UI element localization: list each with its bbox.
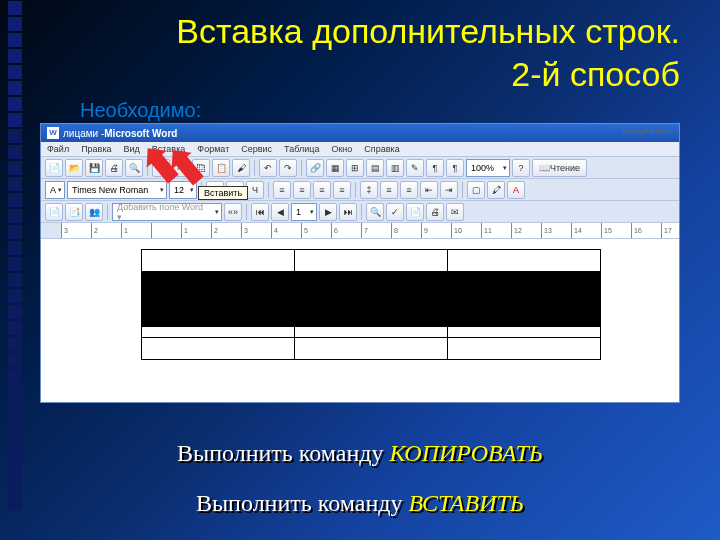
standard-toolbar: 📄 📂 💾 🖨 🔍 ✓ ✂ ⿻ 📋 🖌 ↶ ↷ 🔗 ▦ ⊞ ▤ ▥ ✎ ¶ ¶ … (41, 157, 679, 179)
separator (107, 204, 108, 220)
menu-table[interactable]: Таблица (284, 144, 319, 154)
menu-edit[interactable]: Правка (81, 144, 111, 154)
decrease-indent-icon[interactable]: ⇤ (420, 181, 438, 199)
slide-title: Вставка дополнительных строк. 2-й способ (0, 0, 720, 95)
new-doc-icon[interactable]: 📄 (45, 159, 63, 177)
show-hide-icon[interactable]: ¶ (446, 159, 464, 177)
mm-merge-email-icon[interactable]: ✉ (446, 203, 464, 221)
titlebar-app-name: Microsoft Word (104, 128, 177, 139)
numbering-icon[interactable]: ≡ (380, 181, 398, 199)
preview-icon[interactable]: 🔍 (125, 159, 143, 177)
font-color-icon[interactable]: A (507, 181, 525, 199)
separator (355, 182, 356, 198)
caption-prefix: Выполнить команду (177, 440, 389, 466)
underline-icon[interactable]: Ч (246, 181, 264, 199)
paste-icon[interactable]: 📋 (212, 159, 230, 177)
bullets-icon[interactable]: ≡ (400, 181, 418, 199)
caption-paste: Выполнить команду ВСТАВИТЬ (0, 490, 720, 517)
ms-word-window: W лицами - Microsoft Word Файл Правка Ви… (40, 123, 680, 403)
insert-table-icon[interactable]: ⊞ (346, 159, 364, 177)
align-center-icon[interactable]: ≡ (293, 181, 311, 199)
caption-copy: Выполнить команду КОПИРОВАТЬ (0, 440, 720, 467)
doc-map-icon[interactable]: ¶ (426, 159, 444, 177)
mm-recipients-icon[interactable]: 👥 (85, 203, 103, 221)
word-titlebar: W лицами - Microsoft Word (41, 124, 679, 142)
menu-file[interactable]: Файл (47, 144, 69, 154)
horizontal-ruler[interactable]: 321 12 345 678 91011 121314 151617 (41, 223, 679, 239)
tables-borders-icon[interactable]: ▦ (326, 159, 344, 177)
format-painter-icon[interactable]: 🖌 (232, 159, 250, 177)
open-icon[interactable]: 📂 (65, 159, 83, 177)
title-line-2: 2-й способ (511, 55, 680, 93)
mm-merge-new-icon[interactable]: 📄 (406, 203, 424, 221)
help-icon[interactable]: ? (512, 159, 530, 177)
reading-mode-button[interactable]: 📖 Чтение (532, 159, 587, 177)
hyperlink-icon[interactable]: 🔗 (306, 159, 324, 177)
paste-tooltip: Вставить (198, 186, 248, 200)
first-record-icon[interactable]: ⏮ (251, 203, 269, 221)
mm-check-icon[interactable]: ✓ (386, 203, 404, 221)
menu-format[interactable]: Формат (197, 144, 229, 154)
subtitle-text: Необходимо: (0, 99, 720, 122)
zoom-select[interactable]: 100% (466, 159, 510, 177)
undo-icon[interactable]: ↶ (259, 159, 277, 177)
save-icon[interactable]: 💾 (85, 159, 103, 177)
align-left-icon[interactable]: ≡ (273, 181, 291, 199)
titlebar-doc-prefix: лицами - (63, 128, 104, 139)
mm-view-data-icon[interactable]: «» (224, 203, 242, 221)
excel-icon[interactable]: ▤ (366, 159, 384, 177)
mm-merge-print-icon[interactable]: 🖨 (426, 203, 444, 221)
print-icon[interactable]: 🖨 (105, 159, 123, 177)
last-record-icon[interactable]: ⏭ (339, 203, 357, 221)
separator (254, 160, 255, 176)
table-row (142, 250, 601, 272)
caption-command: ВСТАВИТЬ (408, 490, 524, 516)
menu-view[interactable]: Вид (124, 144, 140, 154)
caption-command: КОПИРОВАТЬ (390, 440, 543, 466)
mailmerge-toolbar: 📄 📑 👥 Добавить поле Word ▾ «» ⏮ ◀ 1 ▶ ⏭ … (41, 201, 679, 223)
separator (301, 160, 302, 176)
add-word-field-select[interactable]: Добавить поле Word ▾ (112, 203, 222, 221)
ask-question-box[interactable]: Введите вопр (622, 127, 673, 136)
highlight-icon[interactable]: 🖍 (487, 181, 505, 199)
prev-record-icon[interactable]: ◀ (271, 203, 289, 221)
caption-prefix: Выполнить команду (196, 490, 408, 516)
table-row (142, 338, 601, 360)
next-record-icon[interactable]: ▶ (319, 203, 337, 221)
increase-indent-icon[interactable]: ⇥ (440, 181, 458, 199)
mm-find-icon[interactable]: 🔍 (366, 203, 384, 221)
columns-icon[interactable]: ▥ (386, 159, 404, 177)
menu-bar: Файл Правка Вид Вставка Формат Сервис Та… (41, 142, 679, 157)
mm-main-doc-icon[interactable]: 📄 (45, 203, 63, 221)
separator (268, 182, 269, 198)
font-select[interactable]: Times New Roman (67, 181, 167, 199)
title-line-1: Вставка дополнительных строк. (176, 12, 680, 50)
menu-help[interactable]: Справка (364, 144, 399, 154)
line-spacing-icon[interactable]: ‡ (360, 181, 378, 199)
style-select[interactable]: A (45, 181, 65, 199)
mm-data-source-icon[interactable]: 📑 (65, 203, 83, 221)
menu-window[interactable]: Окно (331, 144, 352, 154)
justify-icon[interactable]: ≡ (333, 181, 351, 199)
separator (246, 204, 247, 220)
word-app-icon: W (47, 127, 59, 139)
menu-tools[interactable]: Сервис (241, 144, 272, 154)
borders-icon[interactable]: ▢ (467, 181, 485, 199)
drawing-icon[interactable]: ✎ (406, 159, 424, 177)
align-right-icon[interactable]: ≡ (313, 181, 331, 199)
formatting-toolbar: A Times New Roman 12 Ж К Ч ≡ ≡ ≡ ≡ ‡ ≡ ≡… (41, 179, 679, 201)
selected-rows-highlight (141, 273, 601, 327)
record-number[interactable]: 1 (291, 203, 317, 221)
separator (361, 204, 362, 220)
separator (462, 182, 463, 198)
document-area[interactable] (41, 239, 679, 402)
redo-icon[interactable]: ↷ (279, 159, 297, 177)
